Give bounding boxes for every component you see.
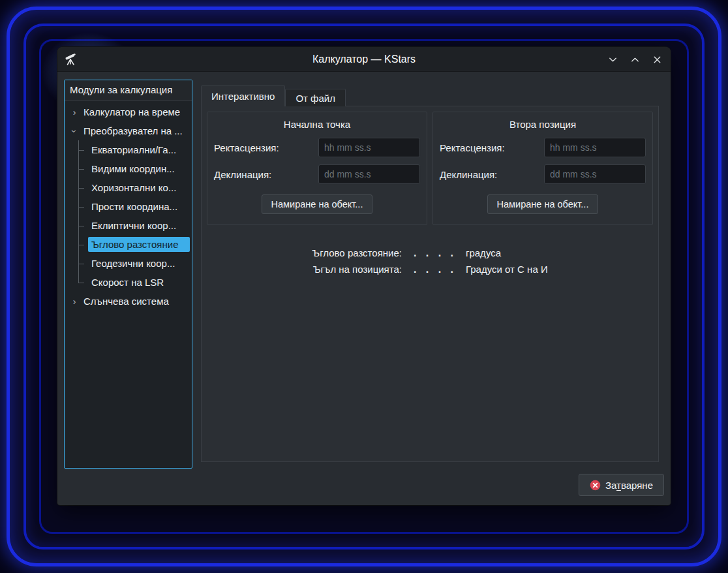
- chevron-down-icon: [608, 55, 618, 65]
- close-window-button[interactable]: [648, 51, 665, 68]
- field-row: Деклинация:: [440, 164, 646, 184]
- chevron-right-icon[interactable]: ›: [68, 296, 80, 307]
- second-dec-label: Деклинация:: [440, 169, 497, 180]
- field-row: Ректасцензия:: [440, 138, 646, 157]
- second-ra-input[interactable]: [544, 138, 646, 157]
- window-controls: [604, 47, 665, 72]
- modules-header: Модули за калкулация: [65, 80, 192, 101]
- start-dec-label: Деклинация:: [214, 169, 271, 180]
- angular-distance-unit: градуса: [466, 247, 548, 258]
- tree-item-apparent-coordinates[interactable]: Видими координ...: [65, 159, 192, 178]
- tree-item-lsr-velocity[interactable]: Скорост на LSR: [65, 273, 192, 292]
- interactive-tab-pane: Начална точка Ректасцензия: Деклинация: …: [201, 106, 659, 462]
- field-row: Ректасцензия:: [214, 138, 420, 157]
- tab-bar: Интерактивно От файл: [201, 85, 659, 106]
- position-groups: Начална точка Ректасцензия: Деклинация: …: [207, 112, 653, 225]
- field-row: Деклинация:: [214, 164, 420, 184]
- find-object-button-second[interactable]: Намиране на обект...: [487, 194, 599, 214]
- close-button[interactable]: Затваряне: [579, 474, 664, 496]
- start-ra-input[interactable]: [318, 138, 420, 157]
- window-content: Модули за калкулация › Калкулатор на вре…: [57, 72, 671, 504]
- second-position-group: Втора позиция Ректасцензия: Деклинация: …: [432, 112, 653, 225]
- tree-item-solar-system[interactable]: › Слънчева система: [65, 292, 192, 311]
- angular-distance-label: Ъглово разстояние:: [312, 247, 402, 258]
- tree-item-horizontal-coordinates[interactable]: Хоризонтални ко...: [65, 178, 192, 197]
- chevron-right-icon[interactable]: ›: [68, 107, 80, 117]
- tree-item-equatorial-galactic[interactable]: Екваториални/Га...: [65, 140, 192, 159]
- main-area: Интерактивно От файл Начална точка Ректа…: [201, 85, 659, 462]
- tab-from-file[interactable]: От файл: [285, 89, 346, 106]
- button-row: Намиране на обект...: [214, 194, 420, 214]
- kstars-calculator-window: Калкулатор — KStars Модули за калкулация…: [57, 47, 671, 505]
- chevron-down-icon[interactable]: ›: [69, 125, 80, 137]
- position-angle-unit: Градуси от С на И: [466, 264, 548, 275]
- find-object-button-start[interactable]: Намиране на обект...: [262, 194, 373, 214]
- start-point-group: Начална точка Ректасцензия: Деклинация: …: [207, 112, 427, 225]
- kstars-telescope-icon: [64, 52, 78, 67]
- tree-item-time-calculator[interactable]: › Калкулатор на време: [65, 102, 192, 121]
- results-block: Ъглово разстояние: . . . . градуса Ъгъл …: [207, 247, 653, 275]
- tree-item-coordinate-converters[interactable]: › Преобразувател на ...: [65, 121, 192, 140]
- position-angle-label: Ъгъл на позицията:: [312, 264, 402, 275]
- start-dec-input[interactable]: [318, 164, 420, 184]
- position-angle-value: . . . .: [412, 264, 455, 275]
- close-icon: [652, 55, 662, 65]
- second-ra-label: Ректасцензия:: [440, 142, 505, 153]
- tree-item-angular-distance[interactable]: Ъглово разстояние: [65, 235, 192, 254]
- window-title: Калкулатор — KStars: [57, 54, 671, 65]
- dialog-close-icon: [590, 480, 601, 491]
- minimize-button[interactable]: [604, 51, 621, 68]
- second-position-title: Втора позиция: [440, 119, 646, 130]
- button-row: Намиране на обект...: [440, 194, 646, 214]
- angular-distance-value: . . . .: [412, 248, 455, 258]
- second-dec-input[interactable]: [544, 164, 646, 184]
- close-button-label: Затваряне: [605, 480, 653, 491]
- tree-item-ecliptic-coordinates[interactable]: Еклиптични коор...: [65, 216, 192, 235]
- tab-interactive[interactable]: Интерактивно: [201, 85, 285, 106]
- start-point-title: Начална точка: [214, 119, 420, 130]
- tree-item-geodetic-coordinates[interactable]: Геодезични коор...: [65, 254, 192, 273]
- maximize-button[interactable]: [626, 51, 643, 68]
- chevron-up-icon: [630, 55, 640, 65]
- calculation-modules-panel: Модули за калкулация › Калкулатор на вре…: [64, 80, 192, 469]
- start-ra-label: Ректасцензия:: [214, 142, 279, 153]
- tree-item-simple-coordinates[interactable]: Прости координа...: [65, 197, 192, 216]
- titlebar[interactable]: Калкулатор — KStars: [57, 47, 671, 72]
- modules-tree: › Калкулатор на време › Преобразувател н…: [65, 101, 192, 468]
- dialog-footer: Затваряне: [579, 474, 664, 496]
